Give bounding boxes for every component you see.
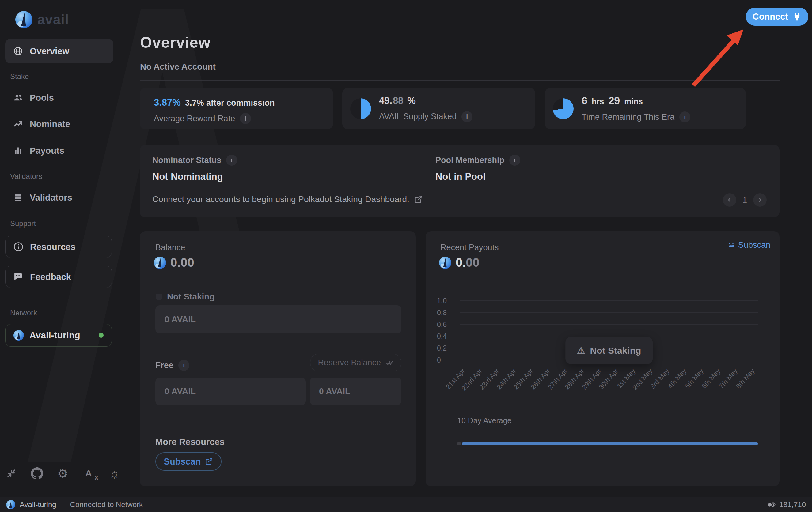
pool-membership-block: Pool Membership Not in Pool [435,155,520,182]
reward-rate-value: 3.87% [154,97,181,108]
avail-token-icon [154,257,166,269]
y-tick-label: 0.2 [437,344,455,353]
sidebar-toolbar: Ax [5,467,120,480]
status-card: Nominator Status Not Nominating Pool Mem… [140,145,780,217]
external-link-icon [205,457,213,465]
connect-label: Connect [753,12,788,22]
avail-logo-icon [15,11,32,28]
free-balance-value: 0 AVAIL [165,387,196,396]
app-logo[interactable]: avail [15,11,69,28]
era-mins-unit: mins [624,97,643,106]
stat-card-reward-rate: 3.87% 3.7% after commission Average Rewa… [140,88,333,129]
status-divider-left [152,191,411,191]
network-switch-button[interactable]: Avail-turing [5,324,112,347]
footer-block-number[interactable]: 181,710 [767,500,806,509]
balance-amount: 0.00 [170,256,194,269]
legend-swatch-icon [156,294,162,300]
free-balance-bar: 0 AVAIL [155,378,306,405]
settings-gear-icon[interactable] [57,467,69,480]
sidebar-item-nominate[interactable]: Nominate [5,113,113,135]
nominator-status-label: Nominator Status [152,156,221,165]
info-icon[interactable] [679,112,690,122]
network-logo-icon [13,330,24,340]
y-tick-label: 0.8 [437,309,455,317]
pager-next-button[interactable] [753,193,767,207]
not-staking-badge-label: Not Staking [590,345,641,356]
recent-payouts-title: Recent Payouts [440,243,499,252]
footer-bar: Avail-turing Connected to Network 181,71… [0,497,812,512]
info-icon[interactable] [240,113,251,124]
section-label-stake: Stake [10,72,29,81]
supply-staked-pie-icon [350,98,371,119]
chat-bubble-icon [13,271,24,282]
footer-network-icon [6,500,15,509]
era-time-pie-icon [553,98,574,119]
legend-label: Not Staking [167,292,215,302]
sidebar-item-validators[interactable]: Validators [5,187,113,208]
info-icon[interactable] [178,360,190,371]
subscan-logo-icon [728,242,735,249]
trending-up-icon [13,119,23,129]
sidebar-item-label: Nominate [30,119,70,129]
sidebar-button-resources[interactable]: Resources [5,236,112,258]
info-icon[interactable] [226,155,237,165]
subscan-button[interactable]: Subscan [155,452,222,471]
reserve-balance-bar: 0 AVAIL [310,378,401,405]
logo-text: avail [37,12,69,27]
theme-toggle-icon[interactable] [108,467,120,480]
not-staking-badge: Not Staking [566,336,653,364]
free-label: Free [155,360,173,370]
active-account-status: No Active Account [140,62,216,72]
status-divider-right [435,191,767,191]
nominator-status-block: Nominator Status Not Nominating [152,155,237,182]
sidebar-button-label: Feedback [30,272,71,282]
gridline [460,324,758,325]
sidebar-button-label: Resources [30,242,76,252]
average-line-stub [457,443,461,445]
server-stack-icon [13,192,23,203]
reserve-balance-value: 0 AVAIL [319,387,350,396]
pool-membership-label: Pool Membership [435,156,504,165]
subscan-link[interactable]: Subscan [728,240,770,250]
y-tick-label: 0 [437,356,455,364]
balance-total-bar: 0 AVAIL [155,305,401,333]
y-tick-label: 0.6 [437,321,455,329]
sidebar-item-label: Payouts [30,146,64,156]
footer-divider [63,501,63,509]
app-root: avail Overview Stake Pools Nomi [0,0,812,512]
info-icon[interactable] [509,155,520,165]
section-label-support: Support [10,219,36,228]
globe-icon [13,46,23,56]
external-link-icon[interactable] [414,195,423,204]
collapse-sidebar-icon[interactable] [5,467,18,480]
sidebar-item-overview[interactable]: Overview [5,39,113,63]
connect-button[interactable]: Connect [746,8,808,26]
y-tick-label: 0.4 [437,332,455,340]
subscan-link-label: Subscan [738,240,770,250]
sidebar-item-payouts[interactable]: Payouts [5,140,113,161]
era-hours-unit: hrs [592,97,604,106]
balance-legend-not-staking[interactable]: Not Staking [156,292,215,302]
stat-card-supply-staked: 49.88 % AVAIL Supply Staked [342,88,535,129]
stat-label: AVAIL Supply Staked [379,112,457,121]
info-circle-icon [13,241,24,252]
sidebar-button-feedback[interactable]: Feedback [5,266,112,288]
pager-prev-button[interactable] [723,193,736,207]
gridline [460,312,758,313]
sidebar-item-label: Validators [30,192,72,203]
block-number-value: 181,710 [779,500,806,509]
reward-rate-note: 3.7% after commission [185,98,275,108]
sidebar-item-pools[interactable]: Pools [5,87,113,109]
network-name: Avail-turing [29,330,93,340]
language-icon[interactable]: Ax [82,467,95,480]
balance-card: Balance 0.00 Not Staking 0 AVAIL Free Re… [140,231,416,486]
double-check-icon [385,358,394,367]
info-icon[interactable] [461,111,472,122]
avail-token-icon [439,257,451,269]
stat-label: Time Remaining This Era [582,112,674,122]
network-online-dot [99,333,104,338]
ten-day-average-line [462,443,758,445]
reserve-balance-toggle[interactable]: Reserve Balance [310,354,401,371]
github-icon[interactable] [31,467,43,480]
users-icon [13,93,23,102]
